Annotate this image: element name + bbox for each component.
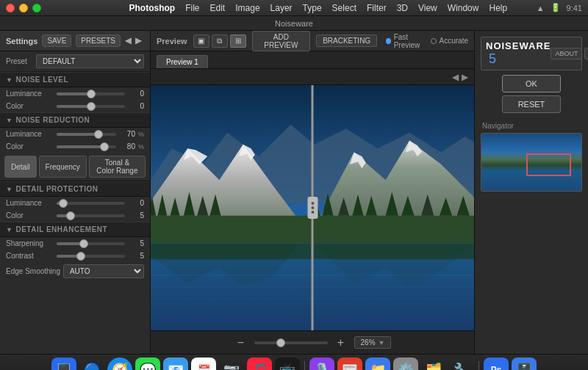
preset-select[interactable]: DEFAULT [36,54,144,68]
accurate-radio[interactable]: Accurate [431,37,468,45]
dock-safari[interactable]: 🧭 [107,358,132,371]
dock-podcasts[interactable]: 🎙️ [309,358,334,371]
section-title-text-3: DETAIL PROTECTION [15,185,98,193]
protection-luminance-slider[interactable] [57,202,125,205]
nav-right-arrow[interactable]: ▶ [462,72,468,82]
presets-button[interactable]: PRESETS [76,35,121,47]
section-noise-reduction[interactable]: ▼ NOISE REDUCTION [0,112,150,128]
zoom-thumb[interactable] [276,338,285,347]
section-noise-level[interactable]: ▼ NOISE LEVEL [0,72,150,87]
presets-arrow-left[interactable]: ◀ [125,36,131,46]
section-arrow: ▼ [6,76,12,84]
preview-area [151,85,474,330]
section-detail-enhancement[interactable]: ▼ DETAIL ENHANCEMENT [0,222,150,237]
noise-color-value: 0 [128,102,144,110]
zoom-slider[interactable] [254,341,328,344]
preset-label: Preset [6,57,32,65]
zoom-out-button[interactable]: − [234,336,248,349]
zoom-value-box[interactable]: 26% ▼ [354,336,392,349]
split-view-btn[interactable]: ⧉ [212,35,228,48]
menu-window[interactable]: Window [448,3,479,13]
preview-image [151,85,474,330]
dock-finder[interactable]: 🖥️ [51,358,76,371]
navigator-thumbnail[interactable] [481,133,582,192]
reduction-color-row: Color 80 % [0,140,150,153]
dock-calendar[interactable]: 📅 [191,358,216,371]
maximize-button[interactable] [32,4,41,12]
dock-photoshop[interactable]: Ps [484,358,509,371]
ok-button[interactable]: OK [502,75,561,92]
zoom-in-button[interactable]: + [334,336,348,349]
preview-tabs-bar: Preview 1 [151,51,474,69]
fast-preview-radio[interactable]: Fast Preview [386,33,426,49]
dock-appletv[interactable]: 📺 [275,358,300,371]
menu-3d[interactable]: 3D [397,3,408,13]
menu-type[interactable]: Type [303,3,322,13]
dock-photos[interactable]: 📷 [219,358,244,371]
compare-view-btn[interactable]: ⊞ [230,35,246,48]
split-handle[interactable] [307,197,318,219]
protection-luminance-row: Luminance 0 [0,197,150,209]
left-settings-panel: Settings SAVE PRESETS ◀ ▶ Preset DEFAULT… [0,31,151,354]
preview-view-buttons: ▣ ⧉ ⊞ [193,35,246,48]
protection-color-slider[interactable] [57,214,125,217]
navigator-label: Navigator [481,122,582,130]
dock-files[interactable]: 📁 [365,358,390,371]
dock-music[interactable]: 🎵 [247,358,272,371]
menu-help[interactable]: Help [489,3,507,13]
single-view-btn[interactable]: ▣ [193,35,209,48]
section-arrow-3: ▼ [6,186,12,193]
minimize-button[interactable] [19,4,28,12]
nav-left-arrow[interactable]: ◀ [452,72,459,82]
contrast-slider[interactable] [57,255,125,258]
tab-frequency[interactable]: Frequency [39,156,87,178]
navigator-viewport-rect[interactable] [526,153,571,176]
menu-edit[interactable]: Edit [210,3,226,13]
preview-tab-1[interactable]: Preview 1 [157,55,208,68]
dock-unknown1[interactable]: 🗂️ [421,358,446,371]
reduction-luminance-slider[interactable] [57,133,116,136]
menu-view[interactable]: View [418,3,437,13]
edge-smoothing-label: Edge Smoothing [6,267,60,275]
dock-mail[interactable]: 📧 [163,358,188,371]
macos-menubar: Photoshop File Edit Image Layer Type Sel… [0,0,588,16]
dock-messages[interactable]: 💬 [135,358,160,371]
edge-smoothing-select[interactable]: AUTO [63,264,144,278]
reset-button[interactable]: RESET [502,95,561,113]
preview-nav: ◀ ▶ [151,69,474,85]
about-button[interactable]: ABOUT [551,48,582,59]
noise-color-slider[interactable] [57,105,125,108]
menubar-icon-wifi: ▲ [537,4,545,12]
menu-image[interactable]: Image [235,3,259,13]
dock-unknown2[interactable]: 🔧 [449,358,474,371]
tab-tonal-color[interactable]: Tonal & Color Range [89,156,146,178]
menu-file[interactable]: File [185,3,199,13]
zoom-dropdown-icon: ▼ [379,339,385,347]
dock-settings[interactable]: ⚙️ [393,358,418,371]
add-preview-button[interactable]: ADD PREVIEW [252,31,311,51]
window-titlebar: Noiseware [0,16,588,31]
section-detail-protection[interactable]: ▼ DETAIL PROTECTION [0,181,150,197]
protection-color-label: Color [6,211,54,220]
sharpening-slider[interactable] [57,242,125,245]
bracketing-button[interactable]: BRACKETING [316,35,377,47]
preview-split-line[interactable] [312,85,314,330]
menu-layer[interactable]: Layer [270,3,293,13]
noise-luminance-slider[interactable] [57,92,125,95]
noiseware-version: 5 [489,51,496,66]
preset-row: Preset DEFAULT [0,51,150,72]
dock-news[interactable]: 📰 [337,358,362,371]
menu-filter[interactable]: Filter [367,3,387,13]
presets-arrow-right[interactable]: ▶ [135,36,141,46]
menu-photoshop[interactable]: Photoshop [129,3,176,13]
menu-select[interactable]: Select [332,3,356,13]
dock-finder2[interactable]: 🗄️ [512,358,537,371]
dock-siri[interactable]: 🔵 [79,358,104,371]
help-button[interactable]: HELP [584,48,588,59]
tab-detail[interactable]: Detail [4,156,37,178]
sharpening-value: 5 [128,239,144,247]
save-button[interactable]: SAVE [42,35,71,47]
close-button[interactable] [6,4,15,12]
protection-luminance-value: 0 [128,199,144,207]
reduction-color-slider[interactable] [57,145,116,148]
